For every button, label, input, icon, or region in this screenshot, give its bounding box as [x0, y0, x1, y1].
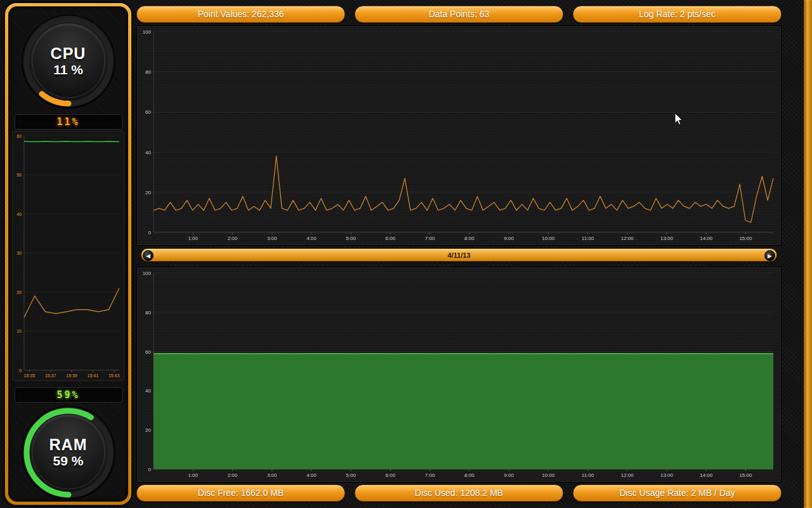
cpu-gauge: CPU 11 %: [21, 14, 116, 109]
cpu-history-plot: 0204060801001:002:003:004:005:006:007:00…: [137, 26, 781, 245]
svg-text:13:00: 13:00: [660, 472, 674, 478]
svg-text:4:00: 4:00: [306, 472, 317, 478]
sidebar-panel: CPU 11 % 11% 010203040506015:3515:3715:3…: [8, 6, 128, 502]
scroll-left-button[interactable]: ◀: [143, 250, 154, 261]
svg-text:3:00: 3:00: [267, 472, 277, 478]
svg-text:12:00: 12:00: [621, 472, 634, 478]
svg-text:11:00: 11:00: [582, 236, 594, 241]
data-points-badge: Data Points: 63: [355, 6, 563, 23]
svg-text:15:00: 15:00: [739, 236, 752, 241]
svg-text:20: 20: [16, 290, 22, 295]
svg-text:60: 60: [145, 349, 151, 355]
disc-used-badge: Disc Used: 1208.2 MB: [355, 485, 563, 502]
svg-text:100: 100: [143, 271, 152, 276]
svg-text:13:00: 13:00: [660, 236, 674, 241]
disc-free-badge: Disc Free: 1662.0 MB: [136, 485, 345, 502]
svg-text:9:00: 9:00: [504, 236, 514, 241]
svg-text:0: 0: [19, 368, 22, 373]
sidebar: CPU 11 % 11% 010203040506015:3515:3715:3…: [5, 3, 131, 505]
svg-text:7:00: 7:00: [425, 472, 435, 478]
svg-text:20: 20: [145, 190, 151, 196]
svg-text:15:35: 15:35: [24, 373, 36, 378]
scrollbar-date-label: 4/11/13: [447, 251, 470, 259]
cpu-lcd-readout: 11%: [15, 114, 122, 130]
svg-text:6:00: 6:00: [386, 236, 396, 241]
svg-text:100: 100: [143, 29, 152, 35]
svg-text:15:37: 15:37: [45, 373, 56, 378]
svg-text:14:00: 14:00: [700, 236, 713, 241]
svg-text:20: 20: [145, 427, 151, 433]
svg-text:12:00: 12:00: [621, 236, 634, 241]
svg-text:3:00: 3:00: [267, 236, 277, 241]
svg-text:10: 10: [16, 329, 22, 333]
top-stats-row: Point Values: 262,336 Data Points: 63 Lo…: [136, 6, 782, 23]
system-monitor-dashboard: CPU 11 % 11% 010203040506015:3515:3715:3…: [0, 0, 812, 508]
svg-text:8:00: 8:00: [464, 472, 475, 478]
svg-text:60: 60: [145, 109, 151, 115]
svg-text:2:00: 2:00: [228, 472, 238, 478]
ram-gauge: RAM 59 %: [21, 405, 116, 500]
svg-text:15:39: 15:39: [66, 373, 77, 378]
svg-text:9:00: 9:00: [504, 472, 514, 478]
svg-text:8:00: 8:00: [464, 236, 475, 241]
disc-history-plot: 0204060801001:002:003:004:005:006:007:00…: [137, 267, 781, 482]
svg-text:40: 40: [145, 150, 151, 156]
svg-text:4:00: 4:00: [306, 236, 317, 241]
svg-text:2:00: 2:00: [228, 236, 238, 241]
point-values-badge: Point Values: 262,336: [136, 6, 345, 23]
log-rate-badge: Log Rate: 2 pts/sec: [573, 6, 782, 23]
scroll-right-button[interactable]: ▶: [764, 250, 775, 261]
svg-text:5:00: 5:00: [346, 236, 356, 241]
svg-text:7:00: 7:00: [425, 236, 435, 241]
svg-text:80: 80: [145, 69, 151, 75]
sidebar-usage-chart: 010203040506015:3515:3715:3915:4115:43: [12, 131, 124, 381]
svg-text:40: 40: [145, 388, 151, 394]
svg-text:6:00: 6:00: [386, 472, 396, 478]
svg-text:15:41: 15:41: [88, 373, 99, 378]
svg-text:1:00: 1:00: [188, 472, 198, 478]
svg-text:50: 50: [16, 173, 22, 177]
svg-text:0: 0: [148, 230, 152, 236]
svg-text:15:00: 15:00: [739, 472, 752, 478]
svg-text:0: 0: [148, 467, 152, 472]
svg-text:14:00: 14:00: [700, 472, 713, 478]
right-accent-strip: [804, 0, 812, 508]
svg-text:1:00: 1:00: [188, 236, 198, 241]
sidebar-usage-plot: 010203040506015:3515:3715:3915:4115:43: [13, 131, 124, 380]
svg-text:5:00: 5:00: [346, 472, 356, 478]
svg-text:80: 80: [145, 310, 151, 316]
disc-history-chart-panel: 0204060801001:002:003:004:005:006:007:00…: [136, 267, 782, 483]
svg-text:10:00: 10:00: [542, 236, 555, 241]
svg-text:15:43: 15:43: [108, 373, 120, 378]
svg-text:30: 30: [16, 251, 22, 255]
svg-text:11:00: 11:00: [582, 472, 594, 478]
disc-usage-rate-badge: Disc Usage Rate: 2 MB / Day: [573, 485, 782, 502]
ram-lcd-readout: 59%: [15, 387, 122, 403]
svg-text:40: 40: [16, 212, 22, 217]
time-scrollbar[interactable]: ◀ 4/11/13 ▶: [141, 248, 777, 262]
svg-text:10:00: 10:00: [542, 472, 555, 478]
cpu-history-chart-panel: 0204060801001:002:003:004:005:006:007:00…: [136, 25, 782, 246]
bottom-stats-row: Disc Free: 1662.0 MB Disc Used: 1208.2 M…: [136, 485, 782, 502]
svg-text:60: 60: [16, 134, 22, 138]
